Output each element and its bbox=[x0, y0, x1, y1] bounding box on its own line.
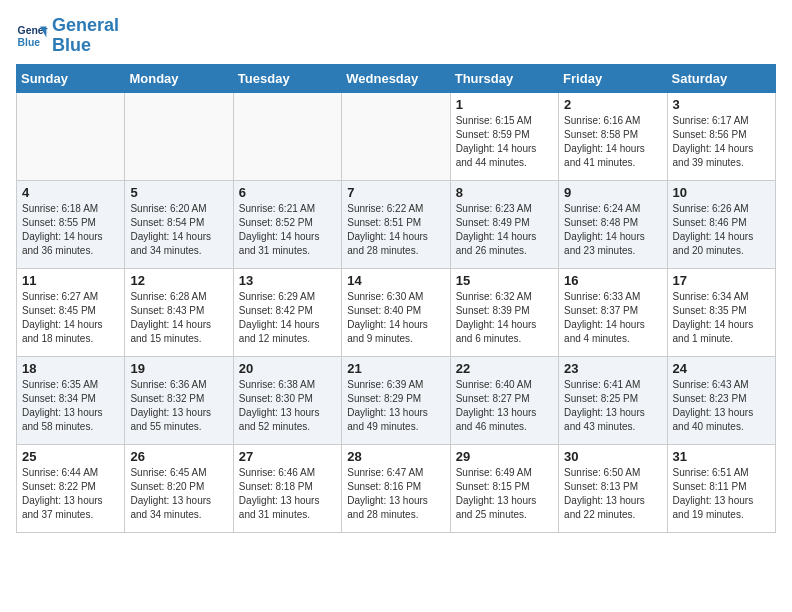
logo-text: GeneralBlue bbox=[52, 16, 119, 56]
day-number: 18 bbox=[22, 361, 119, 376]
day-info: Sunrise: 6:32 AM Sunset: 8:39 PM Dayligh… bbox=[456, 290, 553, 346]
day-number: 17 bbox=[673, 273, 770, 288]
day-number: 4 bbox=[22, 185, 119, 200]
page-header: General Blue GeneralBlue bbox=[16, 16, 776, 56]
day-number: 13 bbox=[239, 273, 336, 288]
calendar-week-row: 1Sunrise: 6:15 AM Sunset: 8:59 PM Daylig… bbox=[17, 92, 776, 180]
calendar-cell: 15Sunrise: 6:32 AM Sunset: 8:39 PM Dayli… bbox=[450, 268, 558, 356]
day-info: Sunrise: 6:36 AM Sunset: 8:32 PM Dayligh… bbox=[130, 378, 227, 434]
day-number: 9 bbox=[564, 185, 661, 200]
day-number: 23 bbox=[564, 361, 661, 376]
day-info: Sunrise: 6:16 AM Sunset: 8:58 PM Dayligh… bbox=[564, 114, 661, 170]
calendar-cell: 13Sunrise: 6:29 AM Sunset: 8:42 PM Dayli… bbox=[233, 268, 341, 356]
day-info: Sunrise: 6:43 AM Sunset: 8:23 PM Dayligh… bbox=[673, 378, 770, 434]
col-header-friday: Friday bbox=[559, 64, 667, 92]
svg-text:Blue: Blue bbox=[18, 36, 41, 47]
day-number: 1 bbox=[456, 97, 553, 112]
day-number: 16 bbox=[564, 273, 661, 288]
calendar-cell: 16Sunrise: 6:33 AM Sunset: 8:37 PM Dayli… bbox=[559, 268, 667, 356]
calendar-cell: 29Sunrise: 6:49 AM Sunset: 8:15 PM Dayli… bbox=[450, 444, 558, 532]
day-info: Sunrise: 6:41 AM Sunset: 8:25 PM Dayligh… bbox=[564, 378, 661, 434]
calendar-week-row: 4Sunrise: 6:18 AM Sunset: 8:55 PM Daylig… bbox=[17, 180, 776, 268]
calendar-cell: 27Sunrise: 6:46 AM Sunset: 8:18 PM Dayli… bbox=[233, 444, 341, 532]
day-info: Sunrise: 6:23 AM Sunset: 8:49 PM Dayligh… bbox=[456, 202, 553, 258]
day-info: Sunrise: 6:20 AM Sunset: 8:54 PM Dayligh… bbox=[130, 202, 227, 258]
day-number: 30 bbox=[564, 449, 661, 464]
calendar-cell: 26Sunrise: 6:45 AM Sunset: 8:20 PM Dayli… bbox=[125, 444, 233, 532]
day-number: 31 bbox=[673, 449, 770, 464]
day-info: Sunrise: 6:15 AM Sunset: 8:59 PM Dayligh… bbox=[456, 114, 553, 170]
calendar-cell: 6Sunrise: 6:21 AM Sunset: 8:52 PM Daylig… bbox=[233, 180, 341, 268]
day-info: Sunrise: 6:21 AM Sunset: 8:52 PM Dayligh… bbox=[239, 202, 336, 258]
day-info: Sunrise: 6:34 AM Sunset: 8:35 PM Dayligh… bbox=[673, 290, 770, 346]
day-number: 12 bbox=[130, 273, 227, 288]
calendar-cell: 25Sunrise: 6:44 AM Sunset: 8:22 PM Dayli… bbox=[17, 444, 125, 532]
calendar-week-row: 11Sunrise: 6:27 AM Sunset: 8:45 PM Dayli… bbox=[17, 268, 776, 356]
day-number: 19 bbox=[130, 361, 227, 376]
day-number: 26 bbox=[130, 449, 227, 464]
calendar-table: SundayMondayTuesdayWednesdayThursdayFrid… bbox=[16, 64, 776, 533]
day-info: Sunrise: 6:33 AM Sunset: 8:37 PM Dayligh… bbox=[564, 290, 661, 346]
calendar-cell: 3Sunrise: 6:17 AM Sunset: 8:56 PM Daylig… bbox=[667, 92, 775, 180]
calendar-cell: 28Sunrise: 6:47 AM Sunset: 8:16 PM Dayli… bbox=[342, 444, 450, 532]
day-number: 21 bbox=[347, 361, 444, 376]
day-number: 3 bbox=[673, 97, 770, 112]
calendar-cell: 23Sunrise: 6:41 AM Sunset: 8:25 PM Dayli… bbox=[559, 356, 667, 444]
day-info: Sunrise: 6:49 AM Sunset: 8:15 PM Dayligh… bbox=[456, 466, 553, 522]
day-number: 5 bbox=[130, 185, 227, 200]
day-number: 24 bbox=[673, 361, 770, 376]
col-header-saturday: Saturday bbox=[667, 64, 775, 92]
calendar-cell: 12Sunrise: 6:28 AM Sunset: 8:43 PM Dayli… bbox=[125, 268, 233, 356]
calendar-cell: 9Sunrise: 6:24 AM Sunset: 8:48 PM Daylig… bbox=[559, 180, 667, 268]
day-number: 7 bbox=[347, 185, 444, 200]
calendar-cell: 10Sunrise: 6:26 AM Sunset: 8:46 PM Dayli… bbox=[667, 180, 775, 268]
calendar-cell: 4Sunrise: 6:18 AM Sunset: 8:55 PM Daylig… bbox=[17, 180, 125, 268]
day-number: 29 bbox=[456, 449, 553, 464]
day-info: Sunrise: 6:40 AM Sunset: 8:27 PM Dayligh… bbox=[456, 378, 553, 434]
day-info: Sunrise: 6:46 AM Sunset: 8:18 PM Dayligh… bbox=[239, 466, 336, 522]
day-info: Sunrise: 6:45 AM Sunset: 8:20 PM Dayligh… bbox=[130, 466, 227, 522]
day-number: 11 bbox=[22, 273, 119, 288]
calendar-cell: 1Sunrise: 6:15 AM Sunset: 8:59 PM Daylig… bbox=[450, 92, 558, 180]
day-number: 22 bbox=[456, 361, 553, 376]
day-info: Sunrise: 6:38 AM Sunset: 8:30 PM Dayligh… bbox=[239, 378, 336, 434]
calendar-cell: 20Sunrise: 6:38 AM Sunset: 8:30 PM Dayli… bbox=[233, 356, 341, 444]
calendar-cell: 19Sunrise: 6:36 AM Sunset: 8:32 PM Dayli… bbox=[125, 356, 233, 444]
day-number: 27 bbox=[239, 449, 336, 464]
day-info: Sunrise: 6:39 AM Sunset: 8:29 PM Dayligh… bbox=[347, 378, 444, 434]
day-number: 20 bbox=[239, 361, 336, 376]
calendar-cell: 31Sunrise: 6:51 AM Sunset: 8:11 PM Dayli… bbox=[667, 444, 775, 532]
calendar-cell: 24Sunrise: 6:43 AM Sunset: 8:23 PM Dayli… bbox=[667, 356, 775, 444]
day-info: Sunrise: 6:22 AM Sunset: 8:51 PM Dayligh… bbox=[347, 202, 444, 258]
calendar-cell: 5Sunrise: 6:20 AM Sunset: 8:54 PM Daylig… bbox=[125, 180, 233, 268]
calendar-cell bbox=[17, 92, 125, 180]
day-info: Sunrise: 6:51 AM Sunset: 8:11 PM Dayligh… bbox=[673, 466, 770, 522]
calendar-cell: 18Sunrise: 6:35 AM Sunset: 8:34 PM Dayli… bbox=[17, 356, 125, 444]
day-info: Sunrise: 6:28 AM Sunset: 8:43 PM Dayligh… bbox=[130, 290, 227, 346]
calendar-week-row: 18Sunrise: 6:35 AM Sunset: 8:34 PM Dayli… bbox=[17, 356, 776, 444]
calendar-header-row: SundayMondayTuesdayWednesdayThursdayFrid… bbox=[17, 64, 776, 92]
calendar-cell: 2Sunrise: 6:16 AM Sunset: 8:58 PM Daylig… bbox=[559, 92, 667, 180]
day-info: Sunrise: 6:27 AM Sunset: 8:45 PM Dayligh… bbox=[22, 290, 119, 346]
day-info: Sunrise: 6:26 AM Sunset: 8:46 PM Dayligh… bbox=[673, 202, 770, 258]
col-header-tuesday: Tuesday bbox=[233, 64, 341, 92]
day-number: 25 bbox=[22, 449, 119, 464]
day-info: Sunrise: 6:18 AM Sunset: 8:55 PM Dayligh… bbox=[22, 202, 119, 258]
calendar-cell: 30Sunrise: 6:50 AM Sunset: 8:13 PM Dayli… bbox=[559, 444, 667, 532]
col-header-thursday: Thursday bbox=[450, 64, 558, 92]
col-header-wednesday: Wednesday bbox=[342, 64, 450, 92]
day-number: 10 bbox=[673, 185, 770, 200]
day-info: Sunrise: 6:44 AM Sunset: 8:22 PM Dayligh… bbox=[22, 466, 119, 522]
calendar-cell: 21Sunrise: 6:39 AM Sunset: 8:29 PM Dayli… bbox=[342, 356, 450, 444]
logo: General Blue GeneralBlue bbox=[16, 16, 119, 56]
calendar-cell: 8Sunrise: 6:23 AM Sunset: 8:49 PM Daylig… bbox=[450, 180, 558, 268]
day-number: 8 bbox=[456, 185, 553, 200]
calendar-cell bbox=[342, 92, 450, 180]
day-info: Sunrise: 6:29 AM Sunset: 8:42 PM Dayligh… bbox=[239, 290, 336, 346]
col-header-sunday: Sunday bbox=[17, 64, 125, 92]
day-number: 6 bbox=[239, 185, 336, 200]
day-number: 28 bbox=[347, 449, 444, 464]
calendar-cell: 11Sunrise: 6:27 AM Sunset: 8:45 PM Dayli… bbox=[17, 268, 125, 356]
col-header-monday: Monday bbox=[125, 64, 233, 92]
day-number: 15 bbox=[456, 273, 553, 288]
